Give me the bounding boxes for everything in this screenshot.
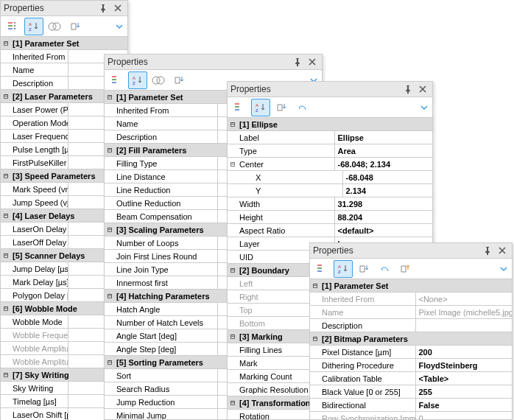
property-value[interactable]: 200 [416,346,513,358]
dropdown-arrow-icon[interactable] [419,99,429,116]
collapse-icon[interactable]: ⊟ [1,371,11,379]
collapse-icon[interactable]: ⊟ [105,226,115,234]
undo-button[interactable] [292,99,311,116]
property-row[interactable]: X-68.048 [228,171,432,184]
close-icon[interactable] [496,245,509,256]
property-name: LaserOff Delay [µs] [11,236,68,248]
property-name: Pulse Length [µs] [11,143,68,155]
collapse-icon[interactable]: ⊟ [105,293,115,300]
svg-rect-10 [112,76,116,77]
collapse-icon[interactable]: ⊟ [105,147,115,154]
panel-toolbar: AZ [228,97,432,118]
panel-header[interactable]: Properties [310,243,512,259]
categorized-button[interactable] [108,71,127,89]
section-header[interactable]: ⊟[2] Bitmap Parameters [310,332,512,346]
categorized-button[interactable] [313,260,332,278]
property-row[interactable]: Height88.204 [228,211,432,224]
property-value[interactable]: 255 [416,385,513,398]
close-icon[interactable] [111,2,124,14]
collapse-icon[interactable]: ⊟ [1,40,11,47]
dropdown-arrow-icon[interactable] [499,260,509,278]
property-value[interactable]: Area [335,144,433,157]
collapse-icon[interactable]: ⊟ [228,161,238,168]
alphabetical-button[interactable]: AZ [251,99,270,116]
property-row[interactable]: Aspect Ratio<default> [228,224,432,237]
export-button[interactable] [395,260,415,278]
collapse-icon[interactable]: ⊟ [228,333,238,340]
property-value[interactable]: Ellipse [335,131,433,144]
collapse-icon[interactable]: ⊟ [310,335,320,343]
property-name: Wobble Mode [11,315,68,328]
section-header[interactable]: ⊟[1] Parameter Set [1,37,127,50]
collapse-icon[interactable]: ⊟ [105,94,115,101]
categorized-button[interactable] [230,99,250,116]
property-row[interactable]: NamePixel Image (michelle5.jpg) [310,306,512,319]
alphabetical-button[interactable]: AZ [128,71,147,89]
property-name: Description [11,77,68,89]
collapse-icon[interactable]: ⊟ [1,305,11,312]
property-row[interactable]: Y2.134 [228,184,432,197]
pin-icon[interactable] [481,245,494,256]
property-name: Inherited From [11,50,68,63]
collapse-icon[interactable]: ⊟ [1,172,11,180]
property-name: Description [320,319,416,332]
property-row[interactable]: Black Value [0 or 255]255 [310,385,512,399]
property-value[interactable] [416,319,513,332]
property-row[interactable]: Description [310,319,512,332]
property-value[interactable]: 31.298 [335,197,433,210]
pin-icon[interactable] [291,56,304,68]
pin-icon[interactable] [401,83,415,95]
property-value[interactable]: FloydSteinberg [416,359,513,371]
property-value[interactable]: -68.048; 2.134 [335,158,433,170]
collapse-icon[interactable]: ⊟ [228,399,238,407]
alphabetical-button[interactable]: AZ [24,18,43,35]
import-button[interactable] [66,18,85,35]
property-value[interactable]: <Table> [416,372,513,385]
close-icon[interactable] [306,56,319,68]
property-row[interactable]: Width31.298 [228,197,432,211]
property-value[interactable]: False [416,399,513,411]
property-row[interactable]: ⊟Center-68.048; 2.134 [228,158,432,171]
panel-header[interactable]: Properties [1,1,127,16]
alphabetical-button[interactable]: AZ [334,260,353,278]
property-row[interactable]: Inherited From<None> [310,293,512,306]
import-button[interactable] [169,71,189,89]
property-row[interactable]: BidirectionalFalse [310,399,512,412]
section-header[interactable]: ⊟[1] Parameter Set [310,279,512,293]
section-header[interactable]: ⊟[1] Ellipse [228,118,432,131]
svg-rect-5 [14,28,15,29]
collapse-icon[interactable]: ⊟ [105,359,115,366]
import-button[interactable] [272,99,291,116]
property-row[interactable]: Dithering ProcedureFloydSteinberg [310,359,512,372]
undo-button[interactable] [375,260,394,278]
property-value[interactable]: Pixel Image (michelle5.jpg) [416,306,513,318]
property-value[interactable]: <default> [335,224,433,237]
property-value[interactable]: 0 [416,412,513,419]
property-value[interactable]: 88.204 [335,211,433,223]
import-button[interactable] [354,260,373,278]
collapse-icon[interactable]: ⊟ [1,212,11,220]
panel-header[interactable]: Properties [228,82,432,97]
collapse-icon[interactable]: ⊟ [1,93,11,100]
close-icon[interactable] [416,83,429,95]
link-button[interactable] [149,71,168,89]
property-value[interactable]: -68.048 [343,171,433,183]
property-grid[interactable]: ⊟[1] Parameter SetInherited From<None>Na… [310,279,512,419]
property-value[interactable]: 2.134 [343,184,433,197]
dropdown-arrow-icon[interactable] [114,18,124,35]
collapse-icon[interactable]: ⊟ [1,252,11,259]
property-value[interactable]: <None> [416,293,513,305]
collapse-icon[interactable]: ⊟ [228,121,238,128]
property-name: Angle Step [deg] [115,343,218,355]
property-row[interactable]: Row Synchronization [mm]0 [310,412,512,419]
property-row[interactable]: Pixel Distance [µm]200 [310,346,512,359]
property-row[interactable]: TypeArea [228,144,432,158]
property-row[interactable]: Calibration Table<Table> [310,372,512,385]
property-row[interactable]: LabelEllipse [228,131,432,144]
categorized-button[interactable] [4,18,23,35]
link-button[interactable] [45,18,64,35]
pin-icon[interactable] [96,2,110,14]
panel-header[interactable]: Properties [105,55,322,70]
collapse-icon[interactable]: ⊟ [228,267,238,274]
collapse-icon[interactable]: ⊟ [310,282,320,290]
